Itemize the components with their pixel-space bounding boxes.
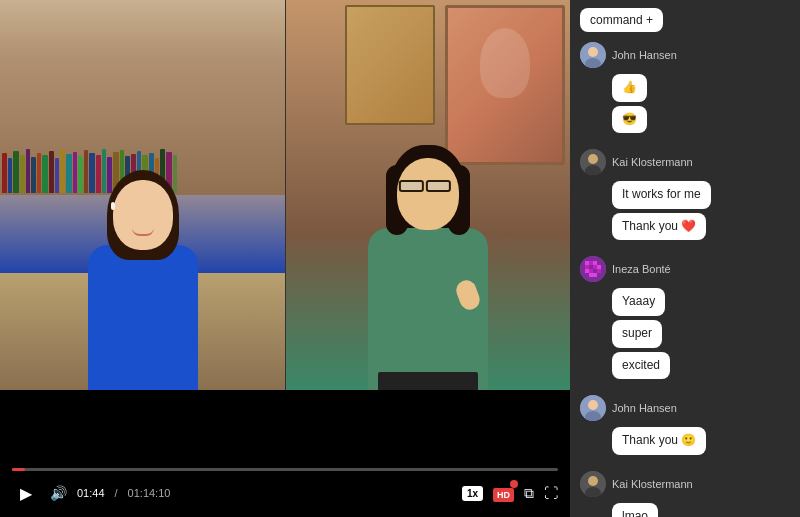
- participant-right: [285, 0, 570, 390]
- list-item: 👍: [612, 74, 647, 102]
- svg-rect-11: [593, 265, 597, 269]
- avatar-kai2: [580, 471, 606, 497]
- svg-rect-15: [597, 269, 601, 273]
- list-item: super: [612, 320, 662, 348]
- svg-rect-10: [585, 265, 589, 269]
- svg-rect-9: [593, 261, 597, 265]
- svg-point-1: [588, 47, 598, 57]
- chat-group-ineza: Ineza Bonté Yaaay super excited: [580, 256, 790, 383]
- progress-bar-container[interactable]: [12, 468, 558, 471]
- video-frame: [0, 0, 570, 390]
- svg-rect-12: [597, 265, 601, 269]
- list-item: excited: [612, 352, 670, 380]
- list-item: It works for me: [612, 181, 711, 209]
- volume-button[interactable]: 🔊: [50, 485, 67, 501]
- kai1-messages: It works for me Thank you ❤️: [580, 181, 790, 244]
- play-button[interactable]: ▶: [12, 479, 40, 507]
- avatar-john1: [580, 42, 606, 68]
- svg-rect-14: [589, 269, 593, 273]
- partial-message: command +: [580, 8, 663, 32]
- svg-rect-8: [589, 261, 593, 265]
- time-total: 01:14:10: [128, 487, 171, 499]
- svg-point-4: [588, 154, 598, 164]
- chat-group-kai1: Kai Klostermann It works for me Thank yo…: [580, 149, 790, 244]
- list-item: 😎: [612, 106, 647, 134]
- time-separator: /: [115, 487, 118, 499]
- video-content: ▶ 🔊 01:44 / 01:14:10 1x HD ⧉ ⛶: [0, 0, 570, 517]
- svg-rect-7: [585, 261, 589, 265]
- chat-group-john1: John Hansen 👍 😎: [580, 42, 790, 137]
- fullscreen-button[interactable]: ⛶: [544, 485, 558, 501]
- svg-rect-17: [593, 273, 597, 277]
- chat-panel: command + John Hansen 👍 😎: [570, 0, 800, 517]
- chat-scroll[interactable]: command + John Hansen 👍 😎: [570, 0, 800, 517]
- chat-name-john2: John Hansen: [612, 402, 677, 414]
- svg-point-19: [588, 400, 598, 410]
- speed-badge[interactable]: 1x: [462, 486, 483, 501]
- list-item: Thank you ❤️: [612, 213, 706, 241]
- svg-rect-16: [589, 273, 593, 277]
- list-item: Yaaay: [612, 288, 665, 316]
- time-display: 01:44: [77, 487, 105, 499]
- progress-bar-fill: [12, 468, 25, 471]
- participant-left: [0, 0, 285, 390]
- chat-name-kai2: Kai Klostermann: [612, 478, 693, 490]
- chat-name-kai1: Kai Klostermann: [612, 156, 693, 168]
- john1-messages: 👍 😎: [580, 74, 790, 137]
- avatar-kai1: [580, 149, 606, 175]
- list-item: Thank you 🙂: [612, 427, 706, 455]
- svg-rect-13: [585, 269, 589, 273]
- chat-group-kai2: Kai Klostermann lmao: [580, 471, 790, 517]
- avatar-ineza: [580, 256, 606, 282]
- video-container: ▶ 🔊 01:44 / 01:14:10 1x HD ⧉ ⛶: [0, 0, 570, 517]
- hd-notification-dot: [510, 480, 518, 488]
- john2-messages: Thank you 🙂: [580, 427, 790, 459]
- kai2-messages: lmao: [580, 503, 790, 517]
- chat-group-john2: John Hansen Thank you 🙂: [580, 395, 790, 459]
- chat-name-ineza: Ineza Bonté: [612, 263, 671, 275]
- ineza-messages: Yaaay super excited: [580, 288, 790, 383]
- avatar-john2: [580, 395, 606, 421]
- list-item: lmao: [612, 503, 658, 517]
- svg-point-22: [588, 476, 598, 486]
- pip-button[interactable]: ⧉: [524, 485, 534, 502]
- chat-name-john1: John Hansen: [612, 49, 677, 61]
- hd-button[interactable]: HD: [493, 484, 514, 502]
- video-controls-area: ▶ 🔊 01:44 / 01:14:10 1x HD ⧉ ⛶: [0, 442, 570, 517]
